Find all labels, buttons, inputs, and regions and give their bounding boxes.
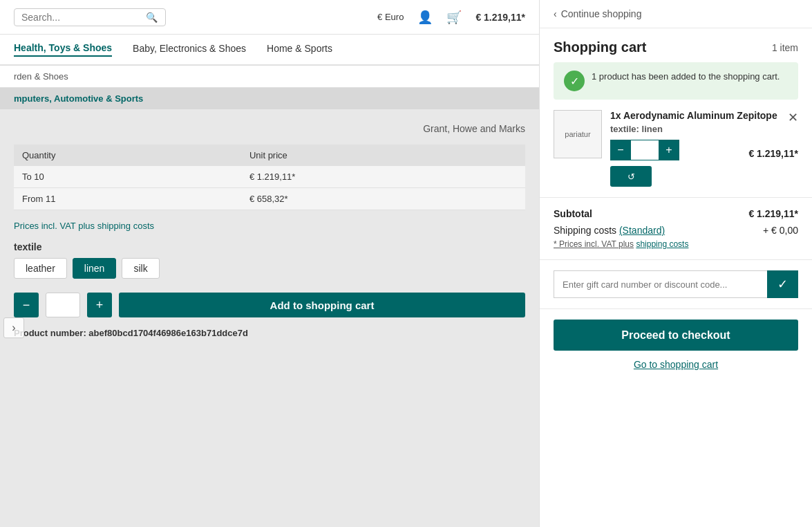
header: 🔍 € Euro 👤 🛒 € 1.219,11* <box>0 0 539 35</box>
table-row: From 11 € 658,32* <box>14 188 525 210</box>
price-cell-1: € 1.219,11* <box>241 166 525 188</box>
discount-apply-button[interactable]: ✓ <box>767 270 798 298</box>
item-remove-button[interactable]: ✕ <box>788 110 798 125</box>
subtotal-section: Subtotal € 1.219,11* Shipping costs (Sta… <box>540 198 812 260</box>
item-price: € 1.219,11* <box>748 148 798 159</box>
product-number-value: abef80bcd1704f46986e163b71ddce7d <box>88 328 248 338</box>
price-header: Unit price <box>241 145 525 166</box>
cart-amount: € 1.219,11* <box>475 12 525 23</box>
back-arrow-icon: ‹ <box>554 8 557 19</box>
search-bar[interactable]: 🔍 <box>14 8 166 26</box>
shipping-type-link[interactable]: (Standard) <box>619 225 665 236</box>
success-icon: ✓ <box>564 71 585 91</box>
shopping-cart-panel: ‹ Continue shopping Shopping cart 1 item… <box>539 0 812 527</box>
cart-item-count: 1 item <box>772 42 798 53</box>
search-input[interactable] <box>21 12 146 23</box>
product-area: › Grant, Howe and Marks Quantity Unit pr… <box>0 109 539 527</box>
textile-key: textile: <box>610 124 639 134</box>
qty-increase-btn[interactable]: + <box>87 293 112 317</box>
textile-leather[interactable]: leather <box>14 258 67 279</box>
cart-title-row: Shopping cart 1 item <box>540 28 812 62</box>
qty-cell-1: To 10 <box>14 166 241 188</box>
sub-nav[interactable]: mputers, Automotive & Sports <box>0 88 539 109</box>
item-qty-prefix: 1x <box>610 110 621 121</box>
vat-note[interactable]: Prices incl. VAT plus shipping costs <box>14 221 525 231</box>
product-number: Product number: abef80bcd1704f46986e163b… <box>14 328 525 338</box>
subtotal-value: € 1.219,11* <box>748 208 798 219</box>
textile-label: textile <box>14 241 525 252</box>
price-table: Quantity Unit price To 10 € 1.219,11* Fr… <box>14 145 525 210</box>
item-qty-display[interactable]: 3 <box>631 140 659 160</box>
discount-section: ✓ <box>540 260 812 309</box>
item-name: 1x Aerodynamic Aluminum Zepitope <box>610 110 798 121</box>
nav-bar: Health, Toys & Shoes Baby, Electronics &… <box>0 35 539 66</box>
item-qty-increase[interactable]: + <box>659 140 679 160</box>
shipping-value: + € 0,00 <box>763 225 798 236</box>
price-cell-2: € 658,32* <box>241 188 525 210</box>
cart-title: Shopping cart <box>554 39 646 55</box>
qty-decrease-btn[interactable]: − <box>14 293 39 317</box>
discount-row: ✓ <box>554 270 798 298</box>
vat-shipping-link[interactable]: shipping costs <box>636 239 688 249</box>
shipping-label: Shipping costs (Standard) <box>554 225 665 236</box>
user-icon[interactable]: 👤 <box>417 10 433 25</box>
nav-item-home[interactable]: Home & Sports <box>267 43 332 56</box>
supplier-name: Grant, Howe and Marks <box>14 123 525 134</box>
table-row: To 10 € 1.219,11* <box>14 166 525 188</box>
product-number-label: Product number: <box>14 328 86 338</box>
success-notification: ✓ 1 product has been added to the shoppi… <box>554 62 798 100</box>
item-thumbnail: pariatur <box>554 110 602 158</box>
qty-input[interactable]: 1 <box>46 293 80 317</box>
discount-input[interactable] <box>554 270 767 298</box>
proceed-to-checkout-button[interactable]: Proceed to checkout <box>554 320 798 351</box>
item-qty-decrease[interactable]: − <box>610 140 631 160</box>
refresh-icon: ↺ <box>627 172 635 182</box>
textile-options: leather linen silk <box>14 258 525 279</box>
checkout-section: Proceed to checkout Go to shopping cart <box>540 309 812 377</box>
add-to-cart-button[interactable]: Add to shopping cart <box>119 293 525 317</box>
cart-item: pariatur 1x Aerodynamic Aluminum Zepitop… <box>540 110 812 198</box>
item-product-name: Aerodynamic Aluminum Zepitope <box>623 110 777 121</box>
add-to-cart-row: − 1 + Add to shopping cart <box>14 293 525 317</box>
breadcrumb: rden & Shoes <box>0 66 539 88</box>
prices-vat-note: * Prices incl. VAT plus shipping costs <box>554 239 798 249</box>
shipping-row: Shipping costs (Standard) + € 0,00 <box>554 225 798 236</box>
prev-image-arrow[interactable]: › <box>3 317 24 338</box>
textile-linen[interactable]: linen <box>73 258 117 279</box>
search-icon: 🔍 <box>146 12 158 23</box>
nav-item-health[interactable]: Health, Toys & Shoes <box>14 42 112 57</box>
qty-cell-2: From 11 <box>14 188 241 210</box>
shipping-costs-text: Shipping costs <box>554 225 616 236</box>
textile-silk[interactable]: silk <box>122 258 159 279</box>
currency-selector[interactable]: € Euro <box>377 12 404 22</box>
continue-shopping-label: Continue shopping <box>561 8 642 19</box>
checkmark-icon: ✓ <box>777 277 788 292</box>
nav-item-baby[interactable]: Baby, Electronics & Shoes <box>133 43 246 56</box>
item-refresh-button[interactable]: ↺ <box>610 166 652 187</box>
cart-icon[interactable]: 🛒 <box>446 10 462 25</box>
success-text: 1 product has been added to the shopping… <box>592 71 780 83</box>
subtotal-label: Subtotal <box>554 208 592 219</box>
continue-shopping-button[interactable]: ‹ Continue shopping <box>540 0 812 28</box>
item-textile: textile: linen <box>610 124 798 134</box>
header-right: € Euro 👤 🛒 € 1.219,11* <box>377 10 525 25</box>
go-to-cart-link[interactable]: Go to shopping cart <box>554 359 798 370</box>
left-panel: 🔍 € Euro 👤 🛒 € 1.219,11* Health, Toys & … <box>0 0 539 527</box>
textile-val: linen <box>642 124 663 134</box>
subtotal-row: Subtotal € 1.219,11* <box>554 208 798 219</box>
vat-prefix: * Prices incl. VAT plus <box>554 239 634 249</box>
qty-header: Quantity <box>14 145 241 166</box>
